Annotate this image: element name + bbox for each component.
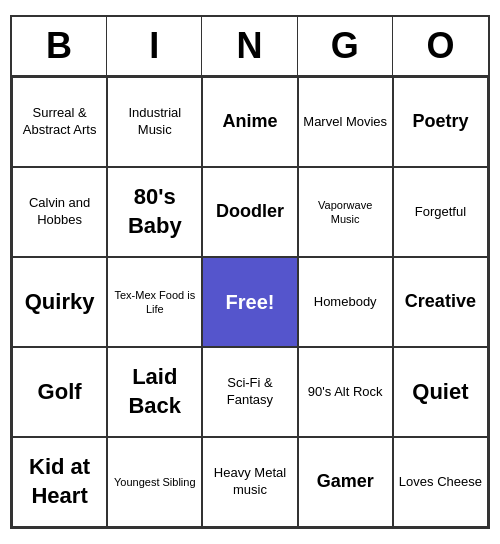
bingo-cell-14[interactable]: Creative (393, 257, 488, 347)
header-letter-g: G (298, 17, 393, 75)
header-letter-b: B (12, 17, 107, 75)
bingo-cell-13[interactable]: Homebody (298, 257, 393, 347)
bingo-header: BINGO (12, 17, 488, 77)
bingo-cell-4[interactable]: Poetry (393, 77, 488, 167)
bingo-cell-8[interactable]: Vaporwave Music (298, 167, 393, 257)
bingo-cell-0[interactable]: Surreal & Abstract Arts (12, 77, 107, 167)
bingo-cell-1[interactable]: Industrial Music (107, 77, 202, 167)
bingo-cell-10[interactable]: Quirky (12, 257, 107, 347)
bingo-cell-19[interactable]: Quiet (393, 347, 488, 437)
bingo-cell-7[interactable]: Doodler (202, 167, 297, 257)
header-letter-o: O (393, 17, 488, 75)
bingo-cell-5[interactable]: Calvin and Hobbes (12, 167, 107, 257)
bingo-card: BINGO Surreal & Abstract ArtsIndustrial … (10, 15, 490, 529)
bingo-cell-9[interactable]: Forgetful (393, 167, 488, 257)
bingo-cell-11[interactable]: Tex-Mex Food is Life (107, 257, 202, 347)
bingo-cell-2[interactable]: Anime (202, 77, 297, 167)
bingo-cell-18[interactable]: 90's Alt Rock (298, 347, 393, 437)
header-letter-i: I (107, 17, 202, 75)
bingo-cell-12[interactable]: Free! (202, 257, 297, 347)
bingo-cell-21[interactable]: Youngest Sibling (107, 437, 202, 527)
bingo-cell-3[interactable]: Marvel Movies (298, 77, 393, 167)
header-letter-n: N (202, 17, 297, 75)
bingo-cell-20[interactable]: Kid at Heart (12, 437, 107, 527)
bingo-cell-22[interactable]: Heavy Metal music (202, 437, 297, 527)
bingo-cell-23[interactable]: Gamer (298, 437, 393, 527)
bingo-grid: Surreal & Abstract ArtsIndustrial MusicA… (12, 77, 488, 527)
bingo-cell-16[interactable]: Laid Back (107, 347, 202, 437)
bingo-cell-17[interactable]: Sci-Fi & Fantasy (202, 347, 297, 437)
bingo-cell-15[interactable]: Golf (12, 347, 107, 437)
bingo-cell-24[interactable]: Loves Cheese (393, 437, 488, 527)
bingo-cell-6[interactable]: 80's Baby (107, 167, 202, 257)
